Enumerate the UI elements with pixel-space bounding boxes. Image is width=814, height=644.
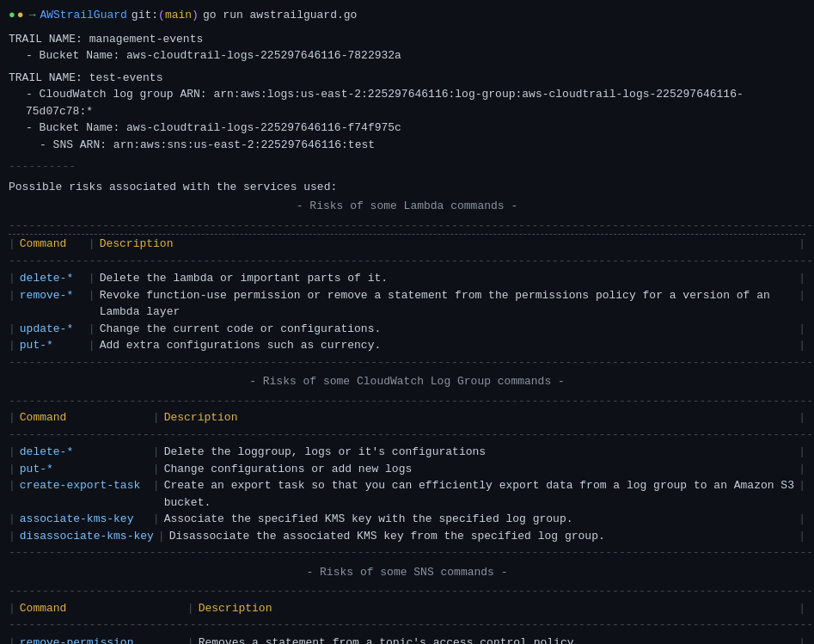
lambda-header-border: ----------------------------------------… xyxy=(9,253,805,270)
table-row: | remove-* | Revoke function-use permiss… xyxy=(9,287,805,321)
lambda-col-cmd-header: Command xyxy=(15,236,89,253)
trail-2-name-line: TRAIL NAME: test-events xyxy=(9,70,805,87)
git-branch-close: ) xyxy=(192,7,199,24)
trail-1-bucket: - Bucket Name: aws-cloudtrail-logs-22529… xyxy=(9,47,805,64)
lambda-bottom-border: ----------------------------------------… xyxy=(9,354,805,371)
section-cloudwatch: - Risks of some CloudWatch Log Group com… xyxy=(9,373,805,561)
table-row: | disassociate-kms-key | Disassociate th… xyxy=(9,528,805,545)
section-sns: - Risks of some SNS commands - ---------… xyxy=(9,564,805,645)
dot-green: ● xyxy=(9,7,15,24)
lambda-col-desc-header: Description xyxy=(95,236,178,253)
arrow-icon: → xyxy=(29,7,36,24)
trail-1-name: management-events xyxy=(89,33,204,46)
table-row: | update-* | Change the current code or … xyxy=(9,321,805,338)
section-lambda: - Risks of some Lambda commands - ------… xyxy=(9,198,805,371)
table-row: | delete-* | Delete the loggroup, logs o… xyxy=(9,444,805,461)
prompt-command: go run awstrailguard.go xyxy=(203,7,357,24)
table-row: | delete-* | Delete the lambda or import… xyxy=(9,270,805,287)
git-prefix: git: xyxy=(132,7,158,24)
sns-col-headers: | Command | Description | xyxy=(9,600,805,617)
trail-2-bucket: - Bucket Name: aws-cloudtrail-logs-22529… xyxy=(9,120,805,137)
table-row: | put-* | Change configurations or add n… xyxy=(9,461,805,478)
terminal-window: ● ● → AWStrailGuard git: ( main ) go run… xyxy=(0,0,814,644)
trail-1: TRAIL NAME: management-events - Bucket N… xyxy=(9,31,805,64)
trail-2-cw: - CloudWatch log group ARN: arn:aws:logs… xyxy=(9,86,805,120)
cloudwatch-header: - Risks of some CloudWatch Log Group com… xyxy=(9,373,805,390)
app-name: AWStrailGuard xyxy=(40,7,126,24)
cw-header-border: ----------------------------------------… xyxy=(9,426,805,444)
trail-label-1: TRAIL NAME: xyxy=(9,33,89,46)
risks-intro: Possible risks associated with the servi… xyxy=(9,179,805,196)
sns-col-desc-header: Description xyxy=(194,600,277,617)
cw-top-border: ----------------------------------------… xyxy=(9,393,805,410)
table-row: | associate-kms-key | Associate the spec… xyxy=(9,511,805,528)
trail-1-name-line: TRAIL NAME: management-events xyxy=(9,31,805,48)
sns-col-cmd-header: Command xyxy=(15,600,187,617)
table-row: | create-export-task | Create an export … xyxy=(9,477,805,511)
prompt-line: ● ● → AWStrailGuard git: ( main ) go run… xyxy=(9,7,805,24)
cw-col-headers: | Command | Description | xyxy=(9,409,805,426)
git-branch-open: ( xyxy=(158,7,165,24)
cw-bottom-border: ----------------------------------------… xyxy=(9,544,805,561)
trail-2-sns: - SNS ARN: arn:aws:sns:us-east-2:2252976… xyxy=(9,137,805,154)
cw-col-desc-header: Description xyxy=(160,409,242,426)
sns-top-border: ----------------------------------------… xyxy=(9,583,805,600)
table-row: | remove-permission | Removes a statemen… xyxy=(9,635,805,645)
divider-line: ---------- xyxy=(9,158,805,175)
lambda-header: - Risks of some Lambda commands - xyxy=(9,198,805,215)
table-row: | put-* | Add extra configurations such … xyxy=(9,337,805,354)
sns-header: - Risks of some SNS commands - xyxy=(9,564,805,581)
lambda-col-headers: | Command | Description | xyxy=(9,236,805,253)
cw-col-cmd-header: Command xyxy=(15,409,153,426)
trail-2: TRAIL NAME: test-events - CloudWatch log… xyxy=(9,70,805,154)
git-branch: main xyxy=(165,7,192,24)
dot-orange: ● xyxy=(17,7,24,24)
sns-header-border: ----------------------------------------… xyxy=(9,616,805,634)
lambda-top-border: ----------------------------------------… xyxy=(9,218,805,236)
